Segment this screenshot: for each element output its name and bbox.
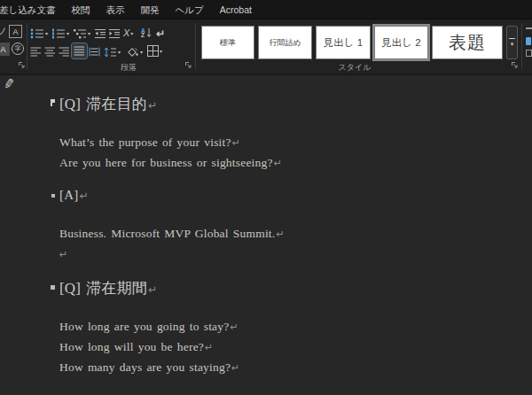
body-text: How many days are you staying? — [59, 360, 231, 374]
heading-text: [A] — [59, 188, 78, 202]
chevron-down-icon: ▾ — [66, 31, 69, 36]
heading-collapse-marker[interactable] — [51, 194, 55, 198]
style-no-spacing[interactable]: 行間詰め — [258, 26, 312, 59]
group-separator — [27, 23, 27, 69]
replace-icon[interactable] — [526, 37, 531, 45]
chevron-down-icon: ▾ — [140, 50, 143, 55]
borders-button[interactable]: ▾ — [147, 43, 162, 58]
formatting-marks-icon: ↵ — [156, 28, 165, 39]
paragraph-mark: ↵ — [148, 99, 157, 112]
character-shading-icon[interactable]: A — [0, 43, 10, 56]
justify-button[interactable] — [72, 43, 87, 58]
body-line[interactable]: How long are you going to stay?↵ — [59, 320, 239, 334]
body-text: How long are you going to stay? — [59, 320, 229, 333]
paragraph-mark: ↵ — [276, 228, 284, 240]
heading-collapse-marker[interactable] — [51, 285, 55, 290]
shading-button[interactable]: ▾ — [126, 44, 143, 59]
show-formatting-marks-button[interactable]: ↵ — [156, 26, 165, 41]
style-label: 行間詰め — [269, 37, 301, 49]
ribbon: ノ A A 字 ▾ ▾ — [0, 19, 532, 75]
phonetic-guide-icon[interactable]: ノ — [0, 25, 7, 38]
multilevel-list-button[interactable]: ▾ — [73, 26, 90, 41]
tab-acrobat[interactable]: Acrobat — [212, 0, 260, 19]
paint-bucket-icon — [126, 47, 139, 58]
body-text: How long will you be here? — [59, 340, 204, 353]
style-heading-2[interactable]: 見出し 2 — [374, 26, 428, 59]
bullet-list-button[interactable]: ▾ — [30, 26, 48, 41]
body-text: Business. Microsoft MVP Global Summit. — [59, 227, 275, 240]
chevron-down-icon: ▾ — [130, 31, 133, 36]
paragraph-mark: ↵ — [231, 362, 239, 374]
heading-collapse-marker[interactable] — [51, 99, 52, 106]
body-line[interactable]: Are you here for business or sightseeing… — [59, 156, 282, 170]
sort-button[interactable]: A Z — [141, 25, 152, 40]
tab-mailings[interactable]: 差し込み文書 — [0, 0, 64, 19]
decrease-indent-button[interactable] — [94, 26, 106, 41]
tab-help[interactable]: ヘルプ — [168, 0, 212, 19]
justify-icon — [74, 46, 85, 56]
enclose-characters-glyph: 字 — [15, 44, 21, 53]
numbered-list-button[interactable]: ▾ — [51, 26, 69, 41]
paragraph-mark: ↵ — [232, 137, 240, 149]
chevron-down-icon: ▾ — [160, 49, 162, 54]
heading-line[interactable]: [Q] 滞在目的↵ — [59, 94, 157, 114]
paragraph-mark: ↵ — [205, 342, 213, 353]
decrease-indent-icon — [94, 28, 106, 39]
heading-text: [Q] 滞在期間 — [59, 280, 147, 297]
more-bar — [509, 38, 515, 39]
paragraph-group-label: 段落 — [84, 62, 173, 73]
borders-grid-icon — [147, 45, 159, 57]
character-shading-glyph: A — [0, 45, 5, 54]
paragraph-mark: ↵ — [230, 321, 238, 333]
style-normal[interactable]: 標準 — [201, 26, 254, 59]
body-line[interactable]: How many days are you staying?↵ — [59, 360, 240, 375]
body-line[interactable]: Business. Microsoft MVP Global Summit.↵ — [59, 227, 285, 241]
body-line[interactable]: What’s the purpose of your visit?↵ — [59, 136, 240, 150]
body-text: What’s the purpose of your visit? — [59, 136, 231, 149]
heading-line[interactable]: [Q] 滞在期間↵ — [59, 278, 157, 298]
empty-line[interactable]: ↵ — [59, 247, 67, 261]
font-dialog-launcher[interactable] — [18, 61, 26, 69]
numbered-list-icon — [51, 28, 66, 39]
character-border-glyph: A — [12, 27, 18, 36]
asian-layout-icon: X — [123, 28, 129, 38]
asian-layout-button[interactable]: X ▾ — [123, 26, 133, 41]
group-separator — [521, 23, 522, 69]
style-label: 見出し 1 — [324, 36, 363, 50]
style-heading-1[interactable]: 見出し 1 — [316, 26, 371, 59]
align-right-button[interactable] — [59, 44, 70, 59]
heading-text: [Q] 滞在目的 — [59, 96, 147, 112]
style-gallery-more-button[interactable]: ▾ — [506, 26, 518, 59]
enclose-characters-icon[interactable]: 字 — [12, 43, 24, 55]
select-icon[interactable] — [526, 50, 532, 57]
styles-dialog-launcher[interactable] — [511, 61, 519, 69]
tab-review[interactable]: 校閲 — [64, 0, 98, 19]
tab-view[interactable]: 表示 — [98, 0, 133, 19]
align-left-button[interactable] — [30, 44, 42, 59]
document-canvas[interactable]: ✎ [Q] 滞在目的↵ What’s the purpose of your v… — [0, 75, 532, 395]
find-icon[interactable] — [526, 27, 532, 29]
increase-indent-icon — [108, 28, 121, 39]
group-separator — [195, 23, 196, 69]
line-spacing-button[interactable]: ▾ — [104, 44, 121, 59]
heading-line[interactable]: [A]↵ — [59, 188, 89, 203]
increase-indent-button[interactable] — [108, 26, 121, 41]
multilevel-list-icon — [73, 28, 87, 39]
tab-developer[interactable]: 開発 — [133, 0, 168, 19]
paragraph-mark: ↵ — [79, 190, 88, 202]
style-label: 見出し 2 — [381, 36, 420, 50]
align-center-button[interactable] — [44, 44, 56, 59]
body-text: Are you here for business or sightseeing… — [59, 156, 273, 169]
body-line[interactable]: How long will you be here?↵ — [59, 340, 213, 354]
line-spacing-icon — [104, 47, 117, 58]
character-border-icon[interactable]: A — [9, 25, 22, 38]
chevron-down-icon: ▾ — [511, 41, 514, 47]
paragraph-dialog-launcher[interactable] — [184, 61, 192, 69]
distribute-button[interactable] — [89, 44, 100, 59]
style-label: 標準 — [220, 37, 236, 49]
chevron-down-icon: ▾ — [88, 31, 90, 36]
chevron-down-icon: ▾ — [118, 50, 121, 55]
paragraph-mark: ↵ — [148, 283, 157, 296]
style-label: 表題 — [449, 31, 486, 55]
style-title[interactable]: 表題 — [432, 26, 503, 59]
